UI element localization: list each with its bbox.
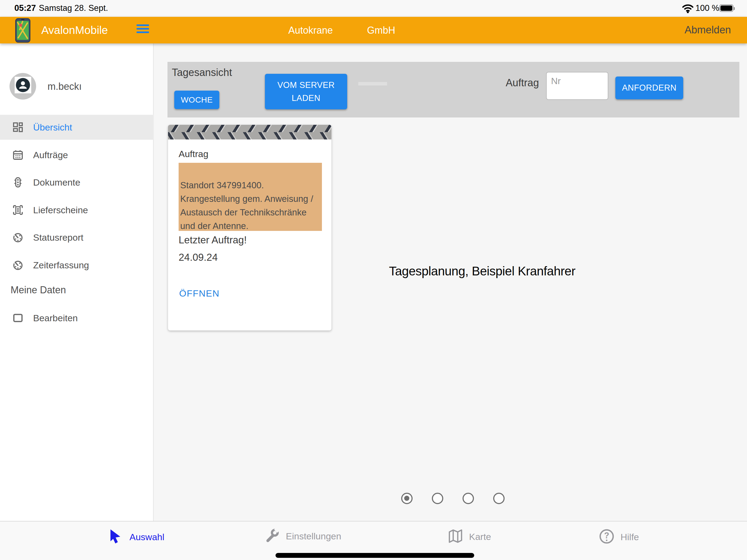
tab-einstellungen[interactable]: Einstellungen [265,529,341,544]
hamburger-menu-icon[interactable] [136,24,149,35]
bottom-tab-bar: Auswahl Einstellungen Karte [0,521,747,560]
home-indicator[interactable] [276,553,474,558]
dashboard-icon [12,122,23,133]
status-time: 05:27 [15,3,36,13]
app-header: AvalonMobile Autokrane GmbH Abmelden [0,17,747,44]
tab-label: Auswahl [129,532,164,542]
toolbar-divider [358,82,387,85]
order-label: Auftrag [506,77,539,89]
tab-auswahl[interactable]: Auswahl [109,529,164,545]
wifi-icon [682,3,694,15]
company-name-word1: Autokrane [288,25,333,36]
sidebar-item-label: Bearbeiten [33,313,78,323]
sidebar-item-label: Übersicht [33,122,72,133]
timer-icon [12,260,23,270]
view-mode-label: Tagesansicht [172,67,232,78]
order-card: Auftrag Standort 347991400. Krangestellu… [168,125,331,330]
sidebar-item-lieferscheine[interactable]: Lieferscheine [0,197,154,222]
battery-percent: 100 % [695,3,719,13]
toolbar: Tagesansicht WOCHE VOM SERVER LADEN Auft… [168,62,739,117]
avatar [9,73,36,100]
sidebar: m.beckı Übersicht [0,44,154,521]
traffic-light-icon [12,177,23,188]
pager-dot-1[interactable] [401,493,413,504]
username: m.beckı [48,81,82,92]
cursor-arrow-icon [109,529,124,545]
sidebar-item-label: Aufträge [33,150,68,160]
status-date: Samstag 28. Sept. [39,3,108,13]
sidebar-item-dokumente[interactable]: Dokumente [0,170,154,195]
week-button[interactable]: WOCHE [174,90,219,109]
map-phone-app-icon [15,18,30,44]
diamond-plate-texture [168,125,331,139]
pager-dot-2[interactable] [432,493,443,504]
tab-hilfe[interactable]: ? Hilfe [599,529,639,545]
sidebar-section-meine-daten: Meine Daten [10,284,66,296]
timer-icon [12,232,23,243]
annotation-caption: Tagesplanung, Beispiel Kranfahrer [389,264,575,278]
tab-karte[interactable]: Karte [448,529,491,545]
svg-text:?: ? [604,531,609,540]
sidebar-item-auftraege[interactable]: Aufträge [0,142,154,167]
last-order-date: 24.09.24 [179,252,218,263]
sidebar-item-label: Lieferscheine [33,205,88,215]
tab-label: Einstellungen [286,531,341,541]
delivery-note-icon [12,205,23,215]
tab-label: Karte [469,532,491,542]
load-from-server-button[interactable]: VOM SERVER LADEN [265,74,347,109]
sidebar-item-label: Dokumente [33,177,80,188]
last-order-label: Letzter Auftrag! [179,234,247,246]
logout-button[interactable]: Abmelden [685,24,731,36]
card-title: Auftrag [179,149,208,159]
open-button[interactable]: ÖFFNEN [179,288,220,299]
map-icon [448,529,463,545]
help-circle-icon: ? [599,529,615,545]
app-title: AvalonMobile [41,24,108,37]
page-indicator [401,493,505,504]
status-bar: 05:27 Samstag 28. Sept. 100 % [0,0,747,17]
company-name-word2: GmbH [367,25,395,36]
sidebar-item-label: Statusreport [33,232,83,243]
order-description-highlight: Standort 347991400. Krangestellung gem. … [179,163,322,231]
pager-dot-3[interactable] [463,493,474,504]
sidebar-item-statusreport[interactable]: Statusreport [0,225,154,250]
calendar-icon [12,150,23,160]
square-icon [12,313,23,323]
sidebar-item-zeiterfassung[interactable]: Zeiterfassung [0,252,154,277]
tab-label: Hilfe [620,532,639,542]
pager-dot-4[interactable] [493,493,505,504]
wrench-icon [265,529,280,544]
user-avatar-icon [15,77,31,93]
app-screen: 05:27 Samstag 28. Sept. 100 % [0,0,747,560]
battery-full-icon [719,4,733,12]
sidebar-item-bearbeiten[interactable]: Bearbeiten [0,305,154,330]
sidebar-item-uebersicht[interactable]: Übersicht [0,115,154,140]
order-number-input[interactable] [546,72,608,100]
sidebar-item-label: Zeiterfassung [33,260,89,270]
request-button[interactable]: ANFORDERN [615,77,683,99]
